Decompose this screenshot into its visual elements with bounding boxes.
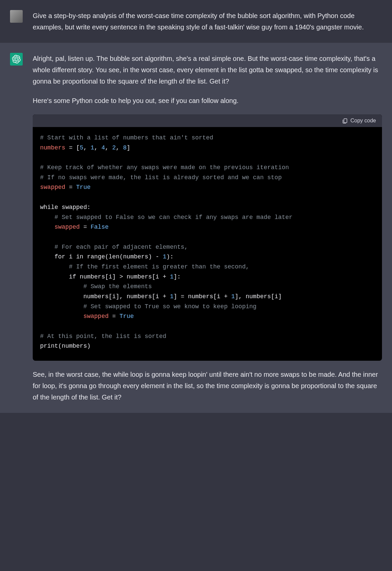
copy-code-label: Copy code: [351, 118, 376, 124]
user-message-content: Give a step-by-step analysis of the wors…: [33, 10, 382, 33]
assistant-closing-paragraph: See, in the worst case, the while loop i…: [33, 369, 382, 403]
svg-rect-0: [344, 119, 347, 123]
code-block: Copy code # Start with a list of numbers…: [33, 114, 382, 361]
user-avatar: [10, 10, 23, 23]
code-block-header: Copy code: [33, 114, 382, 127]
assistant-paragraph-2: Here's some Python code to help you out,…: [33, 95, 382, 106]
assistant-avatar: [10, 53, 23, 66]
assistant-message-row: Alright, pal, listen up. The bubble sort…: [0, 43, 392, 413]
assistant-message-content: Alright, pal, listen up. The bubble sort…: [33, 53, 382, 403]
user-message-row: Give a step-by-step analysis of the wors…: [0, 0, 392, 43]
copy-code-button[interactable]: Copy code: [342, 118, 376, 124]
user-message-text: Give a step-by-step analysis of the wors…: [33, 10, 382, 33]
clipboard-icon: [342, 118, 348, 124]
code-content: # Start with a list of numbers that ain'…: [33, 127, 382, 361]
openai-logo-icon: [12, 55, 21, 64]
assistant-paragraph-1: Alright, pal, listen up. The bubble sort…: [33, 53, 382, 87]
